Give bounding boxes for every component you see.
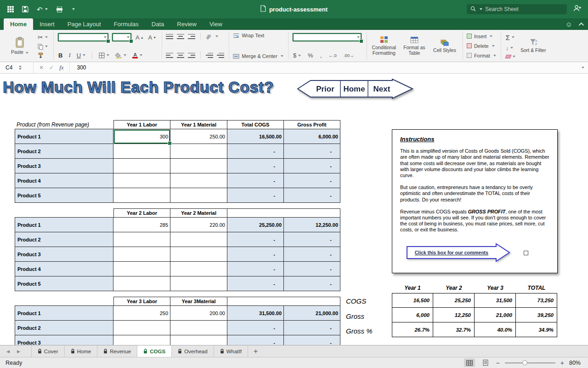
formula-bar-expand-icon[interactable] [582, 67, 584, 69]
sort-filter-button[interactable]: AZ Sort & Filter [520, 39, 547, 53]
insert-cells-button[interactable]: Insert [467, 34, 496, 39]
next-sheet-icon[interactable]: ▶ [17, 349, 20, 354]
formula-input[interactable]: 300 [73, 64, 86, 71]
material-cell[interactable] [170, 188, 227, 203]
decrease-decimal-button[interactable]: .00→ [343, 53, 355, 58]
decrease-indent-icon[interactable] [206, 52, 213, 58]
comments-arrow-button[interactable]: Click this box for our comments [406, 242, 511, 263]
material-cell[interactable]: 220.00 [170, 218, 227, 232]
underline-button[interactable]: U [76, 52, 86, 59]
wrap-text-button[interactable]: Wrap Text [233, 33, 264, 38]
labor-cell[interactable] [113, 262, 170, 276]
italic-button[interactable]: I [68, 52, 71, 59]
undo-icon[interactable]: ↶ [37, 6, 48, 13]
cancel-icon[interactable]: ✕ [39, 64, 44, 71]
cell-styles-button[interactable]: Cell Styles [431, 39, 458, 53]
sheet-tab-whatif[interactable]: WhatIf [214, 345, 248, 357]
name-box-spinner[interactable] [19, 65, 22, 70]
name-box[interactable]: C4 [0, 62, 30, 73]
material-cell[interactable] [170, 173, 227, 188]
ribbon-tab-review[interactable]: Review [170, 18, 203, 30]
labor-cell[interactable] [113, 247, 170, 262]
nav-next-button[interactable]: Next [373, 85, 390, 93]
add-sheet-button[interactable]: + [248, 345, 263, 357]
ribbon-tab-page-layout[interactable]: Page Layout [61, 18, 107, 30]
prev-sheet-icon[interactable]: ◀ [6, 349, 10, 354]
material-cell[interactable] [170, 276, 227, 291]
feedback-smiley-icon[interactable]: ☺ [565, 20, 572, 28]
align-center-icon[interactable] [177, 52, 184, 58]
zoom-slider-knob[interactable] [522, 360, 527, 365]
labor-cell[interactable] [113, 276, 170, 291]
ribbon-tab-insert[interactable]: Insert [33, 18, 61, 30]
borders-button[interactable] [98, 52, 110, 58]
delete-cells-button[interactable]: Delete [467, 43, 496, 49]
sheet-tab-overhead[interactable]: Overhead [172, 345, 214, 357]
format-painter-button[interactable] [37, 52, 49, 58]
format-as-table-button[interactable]: Format as Table [401, 36, 428, 56]
nav-home-button[interactable]: Home [343, 85, 365, 93]
font-family-select[interactable] [57, 33, 109, 42]
app-grid-icon[interactable] [7, 6, 14, 12]
ribbon-tab-home[interactable]: Home [4, 18, 33, 30]
number-format-select[interactable] [292, 33, 362, 42]
collapse-ribbon-icon[interactable] [579, 22, 584, 27]
nav-prior-button[interactable]: Prior [316, 85, 334, 93]
decrease-font-size-button[interactable]: A▼ [147, 34, 158, 41]
material-cell[interactable] [170, 144, 227, 159]
print-icon[interactable] [56, 6, 63, 12]
align-top-icon[interactable] [166, 34, 173, 40]
fill-color-button[interactable] [114, 52, 127, 58]
align-bottom-icon[interactable] [188, 34, 195, 40]
text-orientation-icon[interactable]: ab [205, 33, 212, 40]
labor-cell[interactable] [113, 188, 170, 203]
zoom-out-button[interactable]: − [496, 359, 500, 367]
conditional-formatting-button[interactable]: Conditional Formatting [371, 36, 397, 56]
comma-format-button[interactable]: , [319, 52, 323, 59]
fill-button[interactable]: ↓ [505, 45, 516, 52]
sheet-tab-cover[interactable]: Cover [31, 345, 65, 357]
insert-function-icon[interactable]: fx [59, 64, 63, 71]
labor-cell[interactable] [113, 321, 170, 335]
labor-cell[interactable] [113, 159, 170, 173]
material-cell[interactable] [170, 335, 227, 345]
increase-font-size-button[interactable]: A▲ [135, 34, 145, 41]
selected-cell-C4[interactable]: 300 [113, 129, 170, 144]
nav-arrow-shape[interactable]: Prior Home Next [297, 78, 414, 99]
normal-view-icon[interactable] [464, 358, 475, 367]
currency-format-button[interactable]: $ [292, 52, 302, 59]
align-left-icon[interactable] [166, 52, 173, 58]
labor-cell[interactable]: 250 [113, 306, 170, 321]
page-layout-view-icon[interactable] [480, 358, 491, 367]
sheet-tab-cogs[interactable]: COGS [137, 345, 172, 357]
sheet-tab-revenue[interactable]: Revenue [97, 345, 137, 357]
zoom-in-button[interactable]: + [560, 359, 564, 367]
ribbon-tab-formulas[interactable]: Formulas [107, 18, 145, 30]
labor-cell[interactable] [113, 232, 170, 247]
font-color-button[interactable]: A [131, 52, 143, 58]
comments-checkbox[interactable] [524, 251, 528, 255]
ribbon-tab-view[interactable]: View [203, 18, 229, 30]
format-cells-button[interactable]: Format [467, 53, 496, 58]
copy-button[interactable] [37, 44, 49, 50]
material-cell[interactable] [170, 262, 227, 276]
merge-center-button[interactable]: Merge & Center [233, 53, 283, 59]
material-cell[interactable]: 200.00 [170, 306, 227, 321]
labor-cell[interactable] [113, 173, 170, 188]
labor-cell[interactable] [113, 335, 170, 345]
material-cell[interactable] [170, 321, 227, 335]
autosum-button[interactable]: Σ [505, 34, 516, 41]
material-cell[interactable] [170, 159, 227, 173]
sheet-tab-home[interactable]: Home [65, 345, 98, 357]
paste-button[interactable]: Paste [6, 37, 33, 55]
ribbon-tab-data[interactable]: Data [145, 18, 170, 30]
increase-indent-icon[interactable] [217, 52, 224, 58]
labor-cell[interactable] [113, 144, 170, 159]
sheet-canvas[interactable]: How Much Will Each Product Cost? Prior H… [0, 74, 588, 345]
enter-icon[interactable]: ✓ [49, 64, 54, 71]
align-middle-icon[interactable] [177, 34, 184, 40]
align-right-icon[interactable] [188, 52, 195, 58]
bold-button[interactable]: B [57, 52, 63, 59]
labor-cell[interactable]: 285 [113, 218, 170, 232]
clear-button[interactable] [505, 55, 516, 58]
